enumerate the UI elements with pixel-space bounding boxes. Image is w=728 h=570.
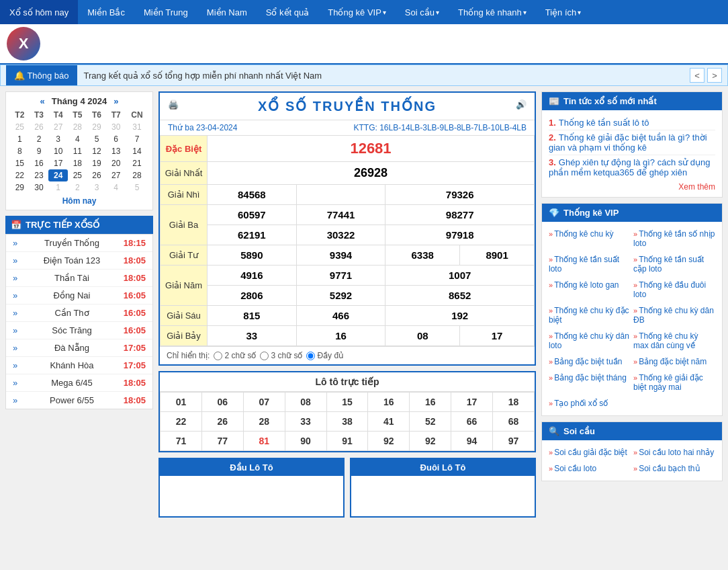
- calendar-day[interactable]: 29: [87, 121, 107, 133]
- calendar-day[interactable]: 10: [48, 145, 68, 157]
- calendar-day[interactable]: 22: [10, 169, 30, 181]
- notification-button[interactable]: 🔔 Thông báo: [6, 65, 77, 85]
- calendar-day[interactable]: 28: [126, 169, 148, 181]
- calendar-day[interactable]: 8: [10, 145, 30, 157]
- calendar-day[interactable]: 3: [87, 181, 107, 194]
- news-link[interactable]: 3.Ghép xiên tự động là gì? cách sử dụng …: [549, 157, 711, 177]
- calendar-day[interactable]: 30: [106, 121, 126, 133]
- nav-so-ket-qua[interactable]: Sổ kết quả: [257, 0, 318, 24]
- vip-item[interactable]: »Thống kê tần số nhịp loto: [633, 227, 715, 250]
- calendar-day[interactable]: 21: [126, 157, 148, 169]
- calendar-day[interactable]: 26: [30, 121, 49, 133]
- calendar-day[interactable]: 29: [10, 181, 30, 194]
- soicau-item[interactable]: »Soi cầu bạch thủ: [633, 462, 715, 475]
- calendar-day[interactable]: 4: [68, 133, 87, 145]
- vip-item[interactable]: »Bảng đặc biệt tháng: [549, 371, 631, 394]
- calendar-day[interactable]: 24: [48, 169, 68, 181]
- filter-radio-3[interactable]: [260, 352, 269, 360]
- calendar-day[interactable]: 16: [30, 157, 49, 169]
- filter-daydu[interactable]: Đầy đủ: [306, 351, 344, 360]
- vip-item[interactable]: »Thống kê chu kỳ dân loto: [549, 329, 631, 352]
- vip-item[interactable]: »Thống kê đầu đuôi loto: [633, 278, 715, 301]
- news-link[interactable]: 1.Thống kê tần suất lô tô: [549, 118, 649, 128]
- calendar-day[interactable]: 30: [30, 181, 49, 194]
- vip-item[interactable]: »Thống kê chu kỳ dân ĐB: [633, 304, 715, 327]
- nav-thong-ke-vip[interactable]: Thống kê VIP▾: [318, 0, 396, 24]
- calendar-day[interactable]: 3: [48, 133, 68, 145]
- soicau-item[interactable]: »Soi cầu loto: [549, 462, 631, 475]
- nav-tien-ich[interactable]: Tiện ích▾: [536, 0, 591, 24]
- calendar-day[interactable]: 11: [68, 145, 87, 157]
- vip-item[interactable]: »Thống kê tần suất cặp loto: [633, 253, 715, 276]
- live-item[interactable]: »Cần Thơ16:05: [6, 304, 152, 322]
- calendar-day[interactable]: 25: [68, 169, 87, 181]
- xem-them-link[interactable]: Xem thêm: [549, 179, 715, 192]
- vip-item[interactable]: »Thống kê tần suất loto: [549, 253, 631, 276]
- filter-radio-2[interactable]: [214, 352, 222, 360]
- nav-mien-trung[interactable]: Miền Trung: [134, 0, 197, 24]
- calendar-day[interactable]: 4: [106, 181, 126, 194]
- prize-value-tu-2: 9394: [296, 245, 385, 266]
- duoi-box: Đuôi Lô Tô: [350, 458, 536, 518]
- calendar-day[interactable]: 19: [87, 157, 107, 169]
- site-logo: X: [7, 27, 40, 60]
- calendar-day[interactable]: 27: [48, 121, 68, 133]
- calendar-day[interactable]: 5: [126, 181, 148, 194]
- live-item[interactable]: »Thần Tài18:05: [6, 270, 152, 287]
- calendar-day[interactable]: 1: [10, 133, 30, 145]
- calendar-prev[interactable]: «: [38, 96, 48, 106]
- live-item[interactable]: »Đồng Nai16:05: [6, 287, 152, 304]
- live-item[interactable]: »Power 6/5518:05: [6, 392, 152, 409]
- calendar-day[interactable]: 12: [87, 145, 107, 157]
- calendar-day[interactable]: 18: [68, 157, 87, 169]
- print-icon[interactable]: 🖨️: [168, 99, 179, 110]
- news-link[interactable]: 2.Thống kê giải đặc biệt tuần là gì? thờ…: [549, 132, 707, 153]
- calendar-day[interactable]: 1: [48, 181, 68, 194]
- nav-mien-bac[interactable]: Miền Bắc: [78, 0, 134, 24]
- nav-thong-ke-nhanh[interactable]: Thống kê nhanh▾: [449, 0, 536, 24]
- calendar-day[interactable]: 20: [106, 157, 126, 169]
- calendar-day[interactable]: 26: [87, 169, 107, 181]
- live-item[interactable]: »Sóc Trăng16:05: [6, 322, 152, 339]
- calendar-day[interactable]: 2: [30, 133, 49, 145]
- filter-radio-full[interactable]: [306, 352, 315, 360]
- calendar-day[interactable]: 23: [30, 169, 49, 181]
- live-item[interactable]: »Truyền Thống18:15: [6, 235, 152, 252]
- calendar-day[interactable]: 5: [87, 133, 107, 145]
- vip-item[interactable]: »Thống kê chu kỳ max dân cùng về: [633, 329, 715, 352]
- vip-item[interactable]: »Thống kê chu kỳ: [549, 227, 631, 250]
- vip-item[interactable]: »Bảng đặc biệt năm: [633, 355, 715, 368]
- filter-3chu[interactable]: 3 chữ số: [260, 351, 302, 360]
- soicau-item[interactable]: »Soi cầu loto hai nhảy: [633, 446, 715, 459]
- calendar-day[interactable]: 7: [126, 133, 148, 145]
- live-item[interactable]: »Khánh Hòa17:05: [6, 357, 152, 374]
- calendar-day[interactable]: 9: [30, 145, 49, 157]
- calendar-day[interactable]: 28: [68, 121, 87, 133]
- live-item[interactable]: »Mega 6/4518:05: [6, 374, 152, 392]
- nav-xoso-homnay[interactable]: Xổ số hôm nay: [0, 0, 78, 24]
- calendar-day[interactable]: 2: [68, 181, 87, 194]
- soicau-item[interactable]: »Soi cầu giải đặc biệt: [549, 446, 631, 459]
- calendar-next[interactable]: »: [111, 96, 121, 106]
- calendar-day[interactable]: 6: [106, 133, 126, 145]
- vip-item[interactable]: »Thống kê chu kỳ đặc biệt: [549, 304, 631, 327]
- calendar-day[interactable]: 25: [10, 121, 30, 133]
- vip-item[interactable]: »Bảng đặc biệt tuần: [549, 355, 631, 368]
- notif-prev-arrow[interactable]: <: [690, 68, 704, 83]
- calendar-day[interactable]: 14: [126, 145, 148, 157]
- calendar-day[interactable]: 15: [10, 157, 30, 169]
- calendar-day[interactable]: 17: [48, 157, 68, 169]
- calendar-day[interactable]: 31: [126, 121, 148, 133]
- vip-item[interactable]: »Thống kê giải đặc biệt ngày mai: [633, 371, 715, 394]
- nav-mien-nam[interactable]: Miền Nam: [197, 0, 257, 24]
- calendar-day[interactable]: 27: [106, 169, 126, 181]
- vip-item[interactable]: »Thống kê loto gan: [549, 278, 631, 301]
- vip-item[interactable]: »Tạo phối xổ số: [549, 397, 631, 410]
- filter-2chu[interactable]: 2 chữ số: [214, 351, 256, 360]
- live-item[interactable]: »Đà Nẵng17:05: [6, 339, 152, 357]
- calendar-day[interactable]: 13: [106, 145, 126, 157]
- nav-soi-cau[interactable]: Soi cầu▾: [396, 0, 449, 24]
- live-item[interactable]: »Điện Toán 12318:05: [6, 252, 152, 270]
- notif-next-arrow[interactable]: >: [707, 68, 722, 83]
- sound-icon[interactable]: 🔊: [516, 99, 527, 110]
